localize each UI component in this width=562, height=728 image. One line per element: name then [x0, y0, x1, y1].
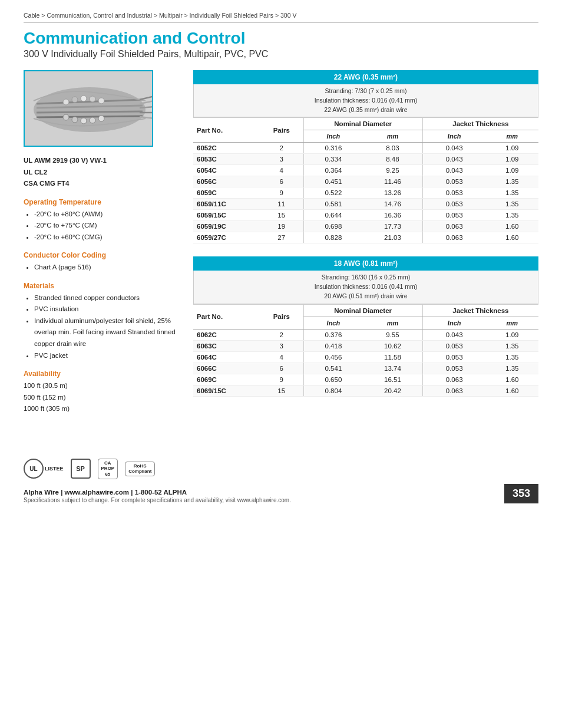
- ul-logo: UL LISTEE: [24, 459, 64, 479]
- certifications: UL AWM 2919 (30 V) VW-1 UL CL2 CSA CMG F…: [24, 155, 177, 190]
- list-item: PVC insulation: [34, 304, 177, 315]
- cell-pairs: 6: [260, 363, 303, 374]
- table2: Part No. Pairs Nominal Diameter Jacket T…: [193, 304, 538, 397]
- cell-mm: 11.46: [363, 176, 422, 187]
- cell-j-mm: 1.35: [486, 340, 538, 351]
- availability-heading: Availability: [24, 370, 177, 378]
- svg-point-9: [90, 96, 95, 102]
- svg-line-4: [37, 111, 143, 113]
- cell-inch: 0.364: [303, 165, 363, 176]
- cell-part: 6066C: [193, 363, 260, 374]
- ca-prop65-text: CAPROP65: [101, 460, 115, 477]
- cert-line2: UL CL2: [24, 167, 177, 179]
- svg-point-15: [98, 116, 104, 121]
- table-row: 6052C 2 0.316 8.03 0.043 1.09: [193, 143, 538, 154]
- cell-j-mm: 1.09: [486, 329, 538, 340]
- cell-inch: 0.451: [303, 176, 363, 187]
- cell-part: 6054C: [193, 165, 260, 176]
- cell-pairs: 2: [260, 329, 303, 340]
- col-pairs: Pairs: [260, 118, 303, 143]
- cable-image: [24, 70, 153, 147]
- conductor-color-coding-heading: Conductor Color Coding: [24, 251, 177, 259]
- svg-point-13: [81, 118, 87, 124]
- cell-pairs: 9: [260, 374, 303, 385]
- cell-pairs: 27: [260, 232, 303, 243]
- right-column: 22 AWG (0.35 mm²) Stranding: 7/30 (7 x 0…: [193, 70, 538, 423]
- cell-mm: 21.03: [363, 232, 422, 243]
- rohs-text: RoHSCompliant: [128, 463, 151, 475]
- cert-line3: CSA CMG FT4: [24, 178, 177, 190]
- col-mm2: mm: [486, 130, 538, 143]
- cell-inch: 0.828: [303, 232, 363, 243]
- footer-left: Alpha Wire | www.alphawire.com | 1-800-5…: [24, 489, 291, 503]
- cell-inch: 0.334: [303, 154, 363, 165]
- page-title: Communication and Control: [24, 29, 538, 48]
- table2-subheader: Stranding: 16/30 (16 x 0.25 mm) Insulati…: [193, 271, 538, 304]
- operating-temp-heading: Operating Temperature: [24, 198, 177, 206]
- table2-sub2: Insulation thickness: 0.016 (0.41 mm): [315, 283, 418, 290]
- conductor-color-coding-list: Chart A (page 516): [24, 262, 177, 274]
- page-number: 353: [504, 484, 538, 503]
- cert-line1: UL AWM 2919 (30 V) VW-1: [24, 155, 177, 167]
- cell-part: 6059/19C: [193, 221, 260, 232]
- table2-sub1: Stranding: 16/30 (16 x 0.25 mm): [322, 274, 411, 281]
- cell-part: 6063C: [193, 340, 260, 351]
- svg-point-8: [81, 95, 87, 101]
- cell-j-inch: 0.063: [422, 232, 485, 243]
- cell-j-inch: 0.063: [422, 385, 485, 396]
- svg-point-7: [72, 97, 78, 103]
- cell-pairs: 6: [260, 176, 303, 187]
- materials-list: Stranded tinned copper conductors PVC in…: [24, 292, 177, 361]
- cell-pairs: 11: [260, 199, 303, 210]
- cell-mm: 14.76: [363, 199, 422, 210]
- table1-sub2: Insulation thickness: 0.016 (0.41 mm): [315, 97, 418, 104]
- table-row: 6053C 3 0.334 8.48 0.043 1.09: [193, 154, 538, 165]
- table-row: 6069/15C 15 0.804 20.42 0.063 1.60: [193, 385, 538, 396]
- cell-pairs: 4: [260, 165, 303, 176]
- list-item: -20°C to +80°C (AWM): [34, 209, 177, 220]
- cell-inch: 0.804: [303, 385, 363, 396]
- cell-part: 6053C: [193, 154, 260, 165]
- footer: UL LISTEE SP CAPROP65 RoHSCompliant Alph…: [24, 459, 538, 503]
- cell-j-mm: 1.60: [486, 374, 538, 385]
- availability-values: 100 ft (30.5 m) 500 ft (152 m) 1000 ft (…: [24, 380, 177, 415]
- cell-part: 6069C: [193, 374, 260, 385]
- cell-j-inch: 0.043: [422, 154, 485, 165]
- breadcrumb: Cable > Communication, Control and Indus…: [24, 12, 538, 23]
- table2-wrapper: 18 AWG (0.81 mm²) Stranding: 16/30 (16 x…: [193, 256, 538, 396]
- avail-line: 100 ft (30.5 m): [24, 380, 177, 392]
- cell-inch: 0.541: [303, 363, 363, 374]
- cell-pairs: 3: [260, 340, 303, 351]
- cell-mm: 10.62: [363, 340, 422, 351]
- cell-mm: 8.48: [363, 154, 422, 165]
- footer-row: Alpha Wire | www.alphawire.com | 1-800-5…: [24, 484, 538, 503]
- cell-j-inch: 0.053: [422, 340, 485, 351]
- cell-mm: 9.55: [363, 329, 422, 340]
- table-row: 6059C 9 0.522 13.26 0.053 1.35: [193, 187, 538, 199]
- svg-line-5: [37, 116, 143, 117]
- cell-part: 6059/27C: [193, 232, 260, 243]
- cell-pairs: 2: [260, 143, 303, 154]
- cell-j-mm: 1.09: [486, 143, 538, 154]
- footer-logos: UL LISTEE SP CAPROP65 RoHSCompliant: [24, 459, 538, 479]
- cell-pairs: 15: [260, 210, 303, 221]
- cell-mm: 9.25: [363, 165, 422, 176]
- list-item: Individual aluminum/polyester foil shiel…: [34, 315, 177, 350]
- avail-line: 1000 ft (305 m): [24, 403, 177, 415]
- svg-point-11: [63, 114, 69, 120]
- cell-j-inch: 0.053: [422, 187, 485, 199]
- table-row: 6064C 4 0.456 11.58 0.053 1.35: [193, 351, 538, 363]
- table1: Part No. Pairs Nominal Diameter Jacket T…: [193, 117, 538, 243]
- cell-mm: 16.51: [363, 374, 422, 385]
- cell-pairs: 9: [260, 187, 303, 199]
- page-subtitle: 300 V Individually Foil Shielded Pairs, …: [24, 49, 538, 60]
- col-inch1: Inch: [303, 130, 363, 143]
- col-nom-diam2: Nominal Diameter: [303, 304, 422, 317]
- cell-j-mm: 1.35: [486, 199, 538, 210]
- cell-mm: 16.36: [363, 210, 422, 221]
- cell-mm: 8.03: [363, 143, 422, 154]
- cell-inch: 0.644: [303, 210, 363, 221]
- cell-j-inch: 0.043: [422, 143, 485, 154]
- table-row: 6056C 6 0.451 11.46 0.053 1.35: [193, 176, 538, 187]
- availability-section: Availability 100 ft (30.5 m) 500 ft (152…: [24, 370, 177, 415]
